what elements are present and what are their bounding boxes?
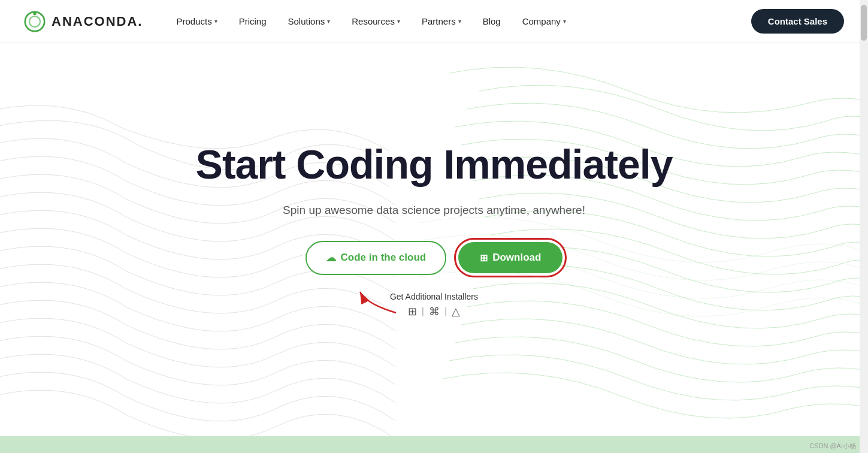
navbar: ANACONDA. Products ▾ Pricing Solutions ▾… bbox=[0, 0, 868, 43]
hero-buttons: ☁ Code in the cloud ⊞ Download bbox=[306, 241, 563, 275]
installer-divider-2: | bbox=[444, 306, 447, 317]
resources-caret-icon: ▾ bbox=[397, 18, 400, 25]
company-caret-icon: ▾ bbox=[563, 18, 566, 25]
solutions-caret-icon: ▾ bbox=[327, 18, 330, 25]
apple-installer-icon[interactable]: ⌘ bbox=[429, 305, 440, 318]
code-in-cloud-button[interactable]: ☁ Code in the cloud bbox=[306, 241, 447, 275]
svg-point-1 bbox=[29, 16, 40, 27]
svg-point-2 bbox=[33, 11, 36, 14]
windows-icon: ⊞ bbox=[480, 252, 488, 264]
navbar-nav: Products ▾ Pricing Solutions ▾ Resources… bbox=[167, 11, 751, 31]
hero-section: Start Coding Immediately Spin up awesome… bbox=[0, 43, 868, 453]
nav-company-label: Company bbox=[522, 16, 561, 26]
watermark: CSDN @AI小杨 bbox=[809, 442, 856, 451]
installer-divider-1: | bbox=[422, 306, 424, 317]
bottom-bar bbox=[0, 436, 868, 453]
hero-content: Start Coding Immediately Spin up awesome… bbox=[196, 142, 673, 318]
logo-text: ANACONDA. bbox=[52, 14, 143, 29]
nav-pricing-label: Pricing bbox=[239, 16, 267, 26]
nav-resources-label: Resources bbox=[352, 16, 395, 26]
arrow-indicator-icon bbox=[354, 286, 402, 316]
additional-installers: Get Additional Installers ⊞ | ⌘ | △ bbox=[390, 292, 478, 318]
nav-products-label: Products bbox=[176, 16, 211, 26]
nav-blog-label: Blog bbox=[483, 16, 501, 26]
cloud-icon: ☁ bbox=[326, 252, 336, 264]
partners-caret-icon: ▾ bbox=[458, 18, 461, 25]
nav-partners-label: Partners bbox=[422, 16, 456, 26]
installer-icons: ⊞ | ⌘ | △ bbox=[408, 305, 460, 318]
nav-solutions-label: Solutions bbox=[288, 16, 325, 26]
nav-item-partners[interactable]: Partners ▾ bbox=[412, 11, 471, 31]
windows-installer-icon[interactable]: ⊞ bbox=[408, 305, 417, 318]
nav-item-products[interactable]: Products ▾ bbox=[167, 11, 226, 31]
scrollbar[interactable] bbox=[860, 0, 868, 453]
download-button[interactable]: ⊞ Download bbox=[458, 242, 562, 273]
products-caret-icon: ▾ bbox=[214, 18, 217, 25]
installer-label: Get Additional Installers bbox=[390, 292, 478, 301]
anaconda-logo-icon bbox=[24, 11, 46, 32]
nav-item-blog[interactable]: Blog bbox=[473, 11, 510, 31]
nav-item-solutions[interactable]: Solutions ▾ bbox=[279, 11, 340, 31]
navbar-cta: Contact Sales bbox=[751, 9, 844, 34]
linux-installer-icon[interactable]: △ bbox=[452, 305, 460, 318]
scrollbar-thumb[interactable] bbox=[861, 5, 867, 41]
nav-item-pricing[interactable]: Pricing bbox=[229, 11, 276, 31]
hero-title: Start Coding Immediately bbox=[196, 142, 673, 187]
hero-subtitle: Spin up awesome data science projects an… bbox=[283, 204, 585, 217]
nav-item-resources[interactable]: Resources ▾ bbox=[342, 11, 410, 31]
nav-item-company[interactable]: Company ▾ bbox=[513, 11, 576, 31]
contact-sales-button[interactable]: Contact Sales bbox=[751, 9, 844, 34]
download-label: Download bbox=[492, 252, 541, 264]
logo[interactable]: ANACONDA. bbox=[24, 11, 143, 32]
code-in-cloud-label: Code in the cloud bbox=[341, 252, 427, 264]
